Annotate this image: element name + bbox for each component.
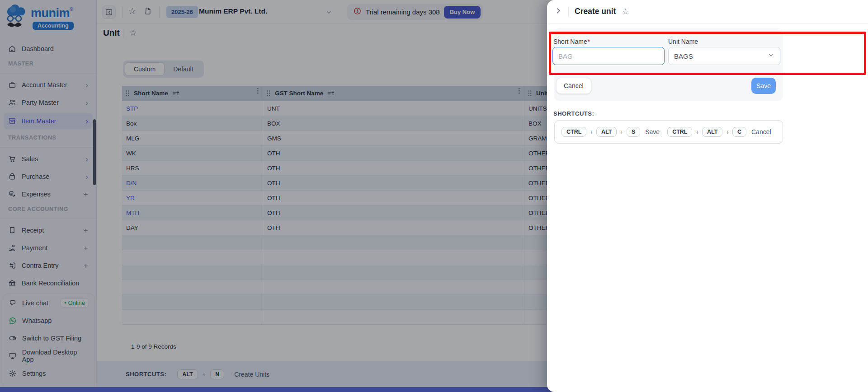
kbd-ctrl: CTRL	[561, 127, 586, 137]
kbd-alt: ALT	[596, 127, 617, 137]
plus-separator: +	[620, 129, 623, 135]
panel-title: Create unit	[575, 7, 616, 16]
plus-separator: +	[590, 129, 593, 135]
panel-shortcuts-label: SHORTCUTS:	[553, 110, 594, 117]
kbd-s: S	[627, 127, 640, 137]
kbd-alt: ALT	[702, 127, 722, 137]
shortcut-action-save: Save	[645, 128, 660, 135]
plus-separator: +	[695, 129, 699, 135]
kbd-c: C	[732, 127, 746, 137]
panel-shortcuts-box: CTRL + ALT + S Save CTRL + ALT + C Cance…	[554, 120, 783, 144]
panel-header: Create unit ☆	[547, 0, 868, 23]
app-screen: munim® Accounting Dashboard MASTER Accou…	[0, 0, 868, 392]
divider	[568, 7, 569, 17]
close-panel-button[interactable]	[554, 7, 562, 17]
kbd-ctrl: CTRL	[667, 127, 692, 137]
shortcut-action-cancel: Cancel	[751, 128, 771, 135]
highlight-annotation-box	[549, 32, 866, 75]
plus-separator: +	[726, 129, 729, 135]
favorite-star-icon[interactable]: ☆	[622, 8, 629, 16]
chevron-right-icon	[554, 7, 562, 15]
cancel-button[interactable]: Cancel	[556, 78, 591, 94]
save-button[interactable]: Save	[751, 78, 776, 94]
